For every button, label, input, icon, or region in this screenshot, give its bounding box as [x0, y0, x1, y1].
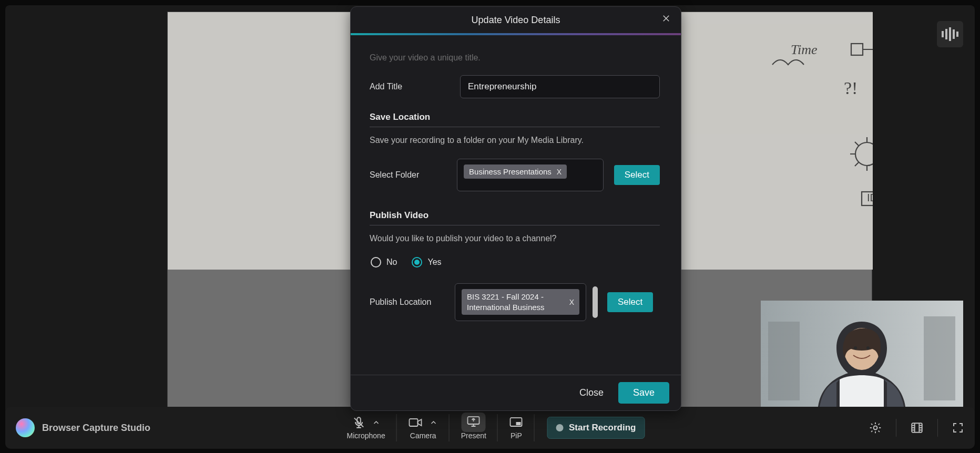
- close-icon: [661, 14, 671, 23]
- remove-publish-chip[interactable]: X: [569, 298, 574, 306]
- close-button[interactable]: Close: [579, 387, 604, 398]
- publish-radio-group: No Yes: [371, 257, 660, 267]
- publish-hint: Would you like to publish your video to …: [370, 234, 660, 243]
- select-folder-button[interactable]: Select: [614, 165, 660, 185]
- publish-yes-radio[interactable]: Yes: [412, 257, 441, 267]
- modal-title: Update Video Details: [472, 15, 560, 26]
- publish-yes-label: Yes: [427, 258, 441, 267]
- publish-no-label: No: [386, 258, 397, 267]
- title-hint: Give your video a unique title.: [370, 53, 660, 63]
- select-folder-label: Select Folder: [370, 170, 446, 180]
- modal-body: Give your video a unique title. Add Titl…: [351, 35, 681, 375]
- publish-chipbox-scrollbar[interactable]: [593, 286, 598, 318]
- save-button[interactable]: Save: [618, 382, 669, 404]
- add-title-label: Add Title: [370, 82, 447, 91]
- publish-location-label: Publish Location: [370, 297, 447, 307]
- publish-chipbox[interactable]: BIS 3221 - Fall 2024 - International Bus…: [455, 283, 586, 321]
- save-location-heading: Save Location: [370, 112, 660, 122]
- modal-header: Update Video Details: [351, 7, 681, 33]
- folder-chip: Business Presentations X: [464, 164, 567, 179]
- modal-backdrop: Update Video Details Give your video a u…: [0, 0, 980, 453]
- update-video-details-modal: Update Video Details Give your video a u…: [350, 6, 681, 411]
- publish-location-row: Publish Location BIS 3221 - Fall 2024 - …: [370, 283, 660, 321]
- remove-folder-chip[interactable]: X: [557, 168, 562, 176]
- modal-close-button[interactable]: [659, 12, 673, 27]
- publish-location-chip-text: BIS 3221 - Fall 2024 - International Bus…: [467, 292, 564, 312]
- title-input[interactable]: [460, 75, 660, 98]
- divider: [370, 225, 660, 225]
- folder-chipbox[interactable]: Business Presentations X: [457, 159, 604, 191]
- folder-chip-text: Business Presentations: [469, 167, 552, 176]
- divider: [370, 127, 660, 127]
- modal-scroll[interactable]: Give your video a unique title. Add Titl…: [370, 35, 668, 375]
- save-location-hint: Save your recording to a folder on your …: [370, 136, 660, 145]
- publish-no-radio[interactable]: No: [371, 257, 397, 267]
- modal-footer: Close Save: [351, 375, 681, 410]
- select-publish-button[interactable]: Select: [607, 292, 653, 312]
- select-folder-row: Select Folder Business Presentations X S…: [370, 159, 660, 191]
- radio-icon: [371, 257, 381, 267]
- radio-icon: [412, 257, 422, 267]
- publish-location-chip: BIS 3221 - Fall 2024 - International Bus…: [462, 289, 579, 315]
- title-row: Add Title: [370, 75, 660, 98]
- publish-heading: Publish Video: [370, 210, 660, 221]
